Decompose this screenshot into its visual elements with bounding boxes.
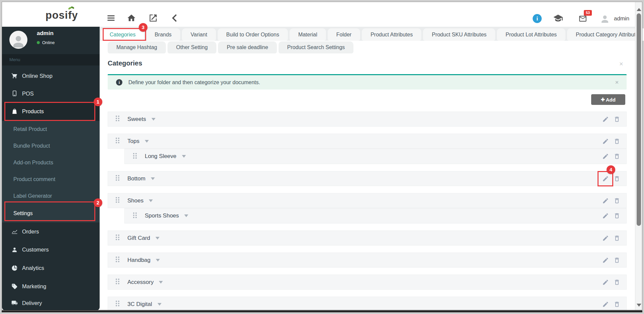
admin-menu[interactable]: admin: [614, 15, 629, 22]
drag-handle-icon[interactable]: [133, 212, 137, 220]
edit-icon-annotated[interactable]: 4: [602, 175, 609, 182]
sidebar-item-delivery[interactable]: Delivery: [2, 296, 100, 310]
sidebar-item-label-generator[interactable]: Label Generator: [2, 188, 100, 204]
chevron-down-icon[interactable]: [145, 140, 149, 143]
tab-build-to-order-options[interactable]: Build to Order Options: [218, 28, 288, 41]
sidebar-item-online-shop[interactable]: Online Shop: [2, 67, 100, 84]
tab-other-setting[interactable]: Other Setting: [168, 41, 216, 53]
sidebar-item-settings[interactable]: Settings: [2, 204, 100, 222]
tab-folder[interactable]: Folder: [328, 28, 360, 41]
hamburger-menu-icon[interactable]: [106, 13, 116, 23]
back-chevron-icon[interactable]: [171, 13, 181, 23]
pie-chart-icon: [11, 265, 18, 272]
sidebar-user-panel: admin Online: [2, 27, 100, 53]
scroll-up-arrow[interactable]: [637, 8, 641, 11]
chevron-down-icon[interactable]: [149, 199, 153, 202]
delete-icon[interactable]: [614, 175, 620, 182]
sidebar-item-analytics[interactable]: Analytics: [2, 259, 100, 277]
edit-icon[interactable]: [602, 116, 609, 123]
edit-icon[interactable]: [602, 212, 609, 219]
delete-icon[interactable]: [614, 138, 620, 145]
sidebar-item-retail-product[interactable]: Retail Product: [2, 121, 100, 138]
sidebar-avatar[interactable]: [9, 31, 27, 49]
tab-manage-hashtag[interactable]: Manage Hashtag: [108, 41, 166, 53]
delete-icon[interactable]: [614, 301, 620, 308]
tab-pre-sale-deadline[interactable]: Pre sale deadline: [218, 41, 277, 53]
delete-icon[interactable]: [614, 116, 620, 123]
delete-icon[interactable]: [614, 279, 620, 286]
sidebar-item-bundle-product[interactable]: Bundle Product: [2, 138, 100, 154]
delete-icon[interactable]: [614, 235, 620, 242]
sidebar-item-orders[interactable]: Orders: [2, 222, 100, 241]
edit-icon[interactable]: [602, 279, 609, 286]
tab-product-attributes[interactable]: Product Attributes: [362, 28, 421, 41]
chevron-down-icon[interactable]: [182, 155, 186, 158]
external-link-icon[interactable]: [148, 13, 158, 23]
alert-text: Define your folder and then categorize y…: [128, 80, 260, 86]
tab-material[interactable]: Material: [290, 28, 326, 41]
drag-handle-icon[interactable]: [115, 137, 120, 145]
chevron-down-icon[interactable]: [156, 259, 160, 262]
cart-icon: [11, 72, 18, 79]
drag-handle-icon[interactable]: [115, 256, 120, 264]
drag-handle-icon[interactable]: [115, 234, 120, 242]
sidebar-item-pos[interactable]: POS: [2, 85, 100, 102]
chevron-down-icon[interactable]: [151, 177, 155, 180]
add-button[interactable]: ✚ Add: [591, 94, 625, 105]
home-icon[interactable]: [127, 13, 137, 23]
edit-icon[interactable]: [602, 257, 609, 264]
tab-product-lot-attributes[interactable]: Product Lot Attributes: [497, 28, 565, 41]
info-icon[interactable]: i: [533, 14, 542, 23]
sidebar-item-marketing[interactable]: Marketing: [2, 277, 100, 296]
delete-icon[interactable]: [614, 197, 620, 204]
sidebar-item-products[interactable]: Products: [2, 102, 100, 121]
drag-handle-icon[interactable]: [115, 175, 120, 182]
delete-icon[interactable]: [614, 153, 620, 160]
delete-icon[interactable]: [614, 212, 620, 219]
mail-icon[interactable]: [578, 14, 588, 24]
scrollbar-thumb[interactable]: [637, 13, 641, 226]
scroll-down-arrow[interactable]: [637, 304, 641, 307]
alert-close-icon[interactable]: ×: [615, 79, 619, 86]
alert-info-icon: i: [116, 79, 122, 86]
tab-categories[interactable]: Categories: [101, 28, 144, 41]
tab-variant[interactable]: Variant: [182, 28, 216, 41]
edit-icon[interactable]: [602, 153, 609, 160]
tab-product-sku-attributes[interactable]: Product SKU Attributes: [423, 28, 495, 41]
vertical-scrollbar[interactable]: [635, 2, 642, 310]
chart-line-icon: [11, 228, 18, 235]
chevron-down-icon[interactable]: [157, 303, 162, 306]
category-row-3c-digital: 3C Digital: [108, 297, 627, 312]
chevron-down-icon[interactable]: [159, 281, 163, 284]
close-icon[interactable]: ×: [619, 60, 623, 68]
products-submenu: Retail Product Bundle Product Add-on Pro…: [2, 121, 100, 222]
truck-icon: [11, 300, 18, 306]
avatar[interactable]: [600, 14, 610, 24]
sidebar-user-status[interactable]: Online: [37, 40, 55, 45]
sidebar-item-customers[interactable]: Customers: [2, 241, 100, 259]
graduation-cap-icon[interactable]: [552, 13, 564, 25]
tab-brands[interactable]: Brands: [146, 28, 180, 41]
category-name: Bottom: [127, 175, 145, 182]
edit-icon[interactable]: [602, 197, 609, 204]
delete-icon[interactable]: [614, 257, 620, 264]
edit-icon[interactable]: [602, 301, 609, 308]
drag-handle-icon[interactable]: [115, 278, 120, 286]
drag-handle-icon[interactable]: [115, 115, 120, 123]
edit-icon[interactable]: [602, 138, 609, 145]
tab-product-category-attribute[interactable]: Product Category Attribute: [567, 28, 644, 41]
drag-handle-icon[interactable]: [115, 197, 120, 204]
chevron-down-icon[interactable]: [184, 214, 188, 217]
sidebar-item-addon-products[interactable]: Add-on Products: [2, 154, 100, 171]
info-alert: i Define your folder and then categorize…: [108, 74, 627, 90]
drag-handle-icon[interactable]: [115, 300, 120, 308]
drag-handle-icon[interactable]: [133, 153, 137, 160]
sidebar-item-product-comment[interactable]: Product comment: [2, 171, 100, 188]
category-row-sports-shoes: Sports Shoes: [124, 208, 627, 223]
chevron-down-icon[interactable]: [151, 118, 155, 121]
posify-logo[interactable]: posify: [45, 9, 78, 21]
tab-product-search-settings[interactable]: Product Search Settings: [279, 41, 354, 53]
category-name: Accessory: [127, 279, 153, 286]
chevron-down-icon[interactable]: [155, 237, 159, 240]
edit-icon[interactable]: [602, 235, 609, 242]
